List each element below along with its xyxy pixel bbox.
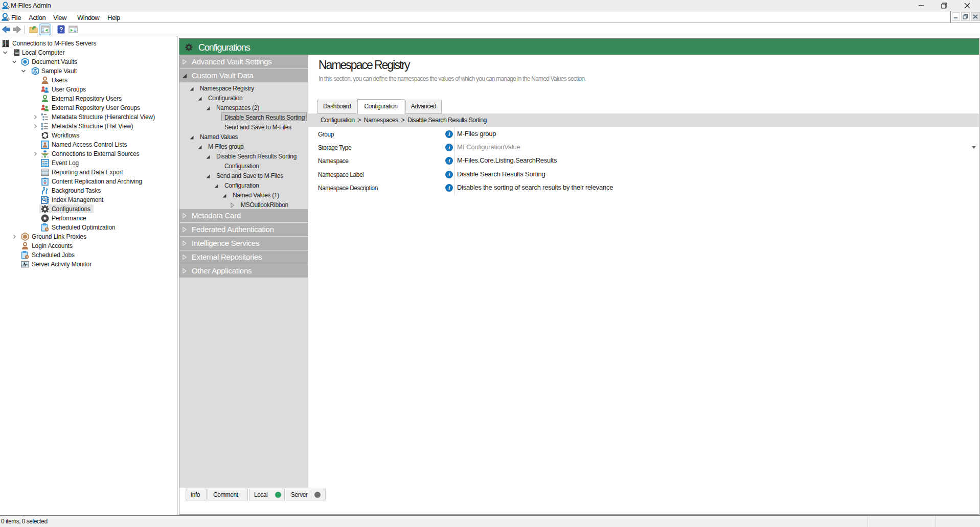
svg-text:?: ? — [59, 26, 63, 33]
